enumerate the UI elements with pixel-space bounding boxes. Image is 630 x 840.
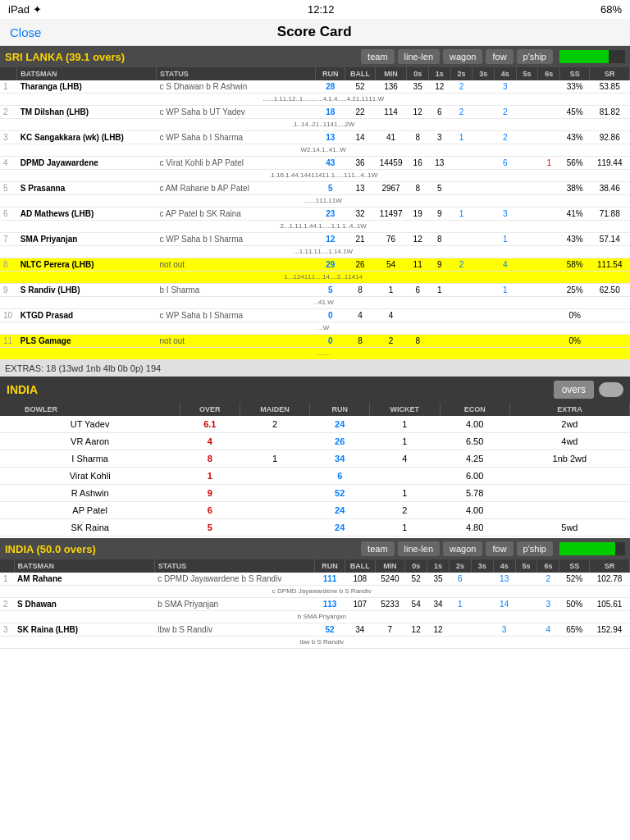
nav-btn-team[interactable]: team <box>361 49 394 64</box>
batsman-ss: 38% <box>560 182 590 195</box>
batsman-sr: 152.94 <box>589 623 629 637</box>
india2-col-ss: SS <box>559 559 590 573</box>
bowler-extra: 2wd <box>509 416 629 433</box>
batsman-status: c WP Saha b UT Yadev <box>157 106 316 119</box>
bowler-maiden: 2 <box>240 416 309 433</box>
col-min: MIN <box>375 67 407 80</box>
batsman-ss: 41% <box>560 208 590 221</box>
batsman-4s: 1 <box>495 284 517 297</box>
col-4s: 4s <box>495 67 517 80</box>
batsman-0s: 12 <box>407 106 429 119</box>
batsman-min: 14459 <box>375 157 407 170</box>
row-num: 10 <box>0 309 17 322</box>
table-row: Virat Kohli 1 6 6.00 <box>0 468 630 485</box>
row-num: 11 <box>0 335 17 348</box>
batsman-5s <box>516 233 538 246</box>
batsman-run: 111 <box>315 573 345 586</box>
bowler-maiden <box>240 519 309 536</box>
batsman-run: 0 <box>316 309 345 322</box>
batsman-detail: .1..14..21..1141....2W <box>17 119 630 131</box>
bowler-econ: 6.00 <box>440 468 509 485</box>
batsman-4s: 4 <box>495 258 517 272</box>
batsman-5s <box>516 80 538 94</box>
batsman-min: 2 <box>375 335 407 348</box>
batsman-ss: 43% <box>560 233 590 246</box>
batsman-ss: 43% <box>560 131 590 144</box>
batsman-name: Tharanga (LHB) <box>17 80 157 94</box>
batsman-detail: b SMA Priyanjan <box>14 611 629 623</box>
batsman-5s <box>516 335 538 348</box>
batsman-5s <box>515 598 537 611</box>
india2-nav-btn-linelen[interactable]: line-len <box>398 541 440 556</box>
bowler-wicket: 1 <box>370 519 440 536</box>
table-row: R Ashwin 9 52 1 5.78 <box>0 485 630 502</box>
bowler-run: 26 <box>310 433 370 450</box>
batsman-status: b I Sharma <box>157 284 316 297</box>
row-num: 1 <box>0 80 17 94</box>
overs-button[interactable]: overs <box>554 381 594 399</box>
batsman-1s: 9 <box>429 208 451 221</box>
bowler-over: 9 <box>180 485 240 502</box>
table-row-detail: ........ <box>0 348 630 360</box>
batsman-5s <box>516 258 538 272</box>
bowler-over: 4 <box>180 433 240 450</box>
batsman-2s: 2 <box>450 258 472 272</box>
india2-batting-header-row: BATSMAN STATUS RUN BALL MIN 0s 1s 2s 3s … <box>0 559 630 573</box>
batsman-2s: 6 <box>449 573 471 586</box>
row-num: 8 <box>0 258 17 272</box>
col-batsman: BATSMAN <box>17 67 157 80</box>
status-bar: iPad ✦ 12:12 68% <box>0 0 630 19</box>
india2-nav-btn-wagon[interactable]: wagon <box>443 541 482 556</box>
nav-btn-wagon[interactable]: wagon <box>443 49 482 64</box>
india2-nav-btn-fow[interactable]: fow <box>486 541 513 556</box>
toggle-circle[interactable] <box>599 382 623 397</box>
batsman-4s: 2 <box>495 131 517 144</box>
batsman-run: 52 <box>315 623 345 637</box>
batsman-name: DPMD Jayawardene <box>17 157 157 170</box>
batsman-2s: 1 <box>449 598 471 611</box>
table-row: SK Raina 5 24 1 4.80 5wd <box>0 519 630 536</box>
batsman-0s: 35 <box>407 80 429 94</box>
table-row-detail: ......111.11W <box>0 195 630 208</box>
table-row: 4 DPMD Jayawardene c Virat Kohli b AP Pa… <box>0 157 630 170</box>
batsman-1s: 6 <box>429 106 451 119</box>
table-row-detail: ......1.11.12..1...........4.1.4.....4.2… <box>0 94 630 106</box>
batsman-ball: 36 <box>345 157 375 170</box>
bowler-econ: 6.50 <box>440 433 509 450</box>
batsman-min: 5240 <box>375 573 405 586</box>
nav-btn-fow[interactable]: fow <box>486 49 513 64</box>
batsman-ball: 13 <box>345 182 375 195</box>
batsman-0s: 12 <box>407 233 429 246</box>
row-num: 6 <box>0 208 17 221</box>
status-ipad: iPad ✦ <box>8 3 42 16</box>
india2-col-0s: 0s <box>405 559 427 573</box>
table-row: 2 TM Dilshan (LHB) c WP Saha b UT Yadev … <box>0 106 630 119</box>
india-batting-header: INDIA (50.0 overs) team line-len wagon f… <box>0 538 630 559</box>
batsman-6s: 2 <box>537 573 559 586</box>
batsman-name: S Prasanna <box>17 182 157 195</box>
col-bowler: BOWLER <box>0 403 180 416</box>
close-button[interactable]: Close <box>10 25 41 39</box>
bowler-econ: 4.00 <box>440 502 509 519</box>
india2-col-num <box>0 559 14 573</box>
col-maiden: MAIDEN <box>240 403 309 416</box>
batsman-4s <box>495 182 517 195</box>
batsman-4s: 14 <box>493 598 515 611</box>
bowler-econ: 4.25 <box>440 450 509 468</box>
table-row-detail: ...W <box>0 322 630 335</box>
india2-col-5s: 5s <box>515 559 537 573</box>
batsman-1s: 13 <box>429 157 451 170</box>
india2-nav-btn-team[interactable]: team <box>361 541 394 556</box>
bowler-over: 1 <box>180 468 240 485</box>
batsman-6s: 4 <box>537 623 559 637</box>
batsman-0s: 54 <box>405 598 427 611</box>
batsman-min: 41 <box>375 131 407 144</box>
nav-btn-linelen[interactable]: line-len <box>398 49 440 64</box>
india2-nav-btn-pship[interactable]: p'ship <box>517 541 553 556</box>
row-num: 3 <box>0 131 17 144</box>
batsman-sr <box>590 309 630 322</box>
nav-btn-pship[interactable]: p'ship <box>517 49 553 64</box>
table-row-detail: 1...124111....14....2..11414 <box>0 272 630 284</box>
batsman-2s <box>450 335 472 348</box>
col-ss: SS <box>560 67 590 80</box>
